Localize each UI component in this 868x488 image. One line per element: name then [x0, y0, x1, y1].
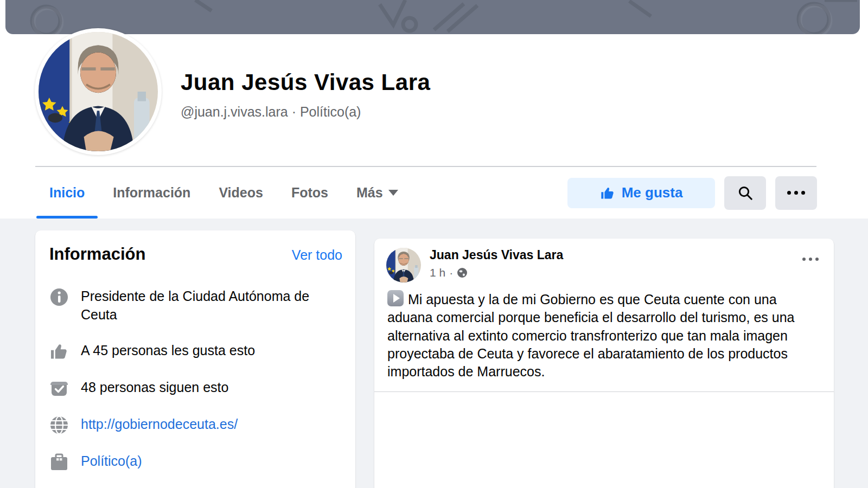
info-icon: [49, 287, 69, 307]
see-all-link[interactable]: Ver todo: [292, 247, 342, 263]
info-card-title: Información: [49, 245, 145, 264]
ellipsis-icon: [802, 258, 819, 261]
search-icon: [737, 185, 754, 201]
post-timestamp[interactable]: 1 h: [430, 266, 445, 279]
website-link[interactable]: http://gobiernodeceuta.es/: [81, 414, 238, 434]
tab-bar: Inicio Información Videos Fotos Más: [35, 167, 817, 219]
cover-photo[interactable]: [5, 0, 860, 34]
facebook-page: Juan Jesús Vivas Lara @juan.j.vivas.lara…: [0, 0, 868, 488]
followers-check-icon: [49, 378, 69, 398]
header-actions: Me gusta: [567, 167, 817, 219]
tab-label: Inicio: [49, 185, 85, 201]
thumbs-up-icon: [600, 185, 615, 201]
tab-fotos[interactable]: Fotos: [277, 167, 342, 219]
post-meta: 1 h ·: [430, 266, 799, 279]
tab-label: Fotos: [291, 185, 328, 201]
info-row-category: Político(a): [49, 443, 342, 480]
info-row-website: http://gobiernodeceuta.es/: [49, 406, 342, 443]
post-card: Juan Jesús Vivas Lara 1 h · Mi apuest: [374, 239, 834, 488]
main-content: Información Ver todo Presidente de la Ci…: [0, 219, 868, 488]
tab-mas[interactable]: Más: [342, 167, 412, 219]
title-block: Juan Jesús Vivas Lara @juan.j.vivas.lara…: [181, 69, 430, 120]
followers-count-text: 48 personas siguen esto: [81, 377, 228, 397]
public-globe-icon: [457, 267, 468, 278]
info-card-header: Información Ver todo: [49, 245, 342, 278]
thumbs-up-icon: [49, 342, 69, 361]
post-text-content: Mi apuesta y la de mi Gobierno es que Ce…: [387, 292, 794, 379]
post-attachment-area[interactable]: [374, 392, 834, 488]
post-header-info: Juan Jesús Vivas Lara 1 h ·: [430, 248, 799, 279]
ellipsis-icon: [787, 191, 805, 195]
info-row-likes: A 45 personas les gusta esto: [49, 332, 342, 369]
post-options-button[interactable]: [799, 248, 822, 269]
search-button[interactable]: [724, 176, 766, 210]
tab-label: Videos: [219, 185, 263, 201]
chevron-down-icon: [388, 190, 398, 196]
tab-inicio[interactable]: Inicio: [35, 167, 99, 219]
info-card: Información Ver todo Presidente de la Ci…: [35, 230, 355, 488]
page-title: Juan Jesús Vivas Lara: [181, 69, 430, 95]
tab-videos[interactable]: Videos: [205, 167, 277, 219]
post-header: Juan Jesús Vivas Lara 1 h ·: [374, 239, 834, 287]
tab-informacion[interactable]: Información: [99, 167, 205, 219]
meta-separator: ·: [449, 266, 453, 279]
briefcase-icon: [49, 452, 69, 472]
profile-header: Juan Jesús Vivas Lara @juan.j.vivas.lara…: [0, 0, 868, 219]
category-link[interactable]: Político(a): [81, 451, 142, 471]
like-page-button[interactable]: Me gusta: [567, 178, 715, 208]
globe-icon: [49, 415, 69, 435]
post-text: Mi apuesta y la de mi Gobierno es que Ce…: [374, 287, 834, 391]
likes-count-text: A 45 personas les gusta esto: [81, 341, 255, 360]
post-author-avatar[interactable]: [386, 248, 421, 282]
more-options-button[interactable]: [775, 176, 817, 210]
play-button-emoji: [387, 290, 404, 306]
like-button-label: Me gusta: [622, 184, 683, 201]
page-handle: @juan.j.vivas.lara · Político(a): [181, 104, 430, 120]
info-row-description: Presidente de la Ciudad Autónoma de Ceut…: [49, 278, 342, 332]
tab-label: Más: [356, 185, 383, 201]
post-author-name[interactable]: Juan Jesús Vivas Lara: [430, 248, 799, 262]
info-row-followers: 48 personas siguen esto: [49, 369, 342, 406]
profile-picture[interactable]: [35, 28, 162, 155]
profile-picture-image: [39, 32, 158, 151]
info-text: Presidente de la Ciudad Autónoma de Ceut…: [81, 286, 342, 324]
tab-label: Información: [113, 185, 190, 201]
